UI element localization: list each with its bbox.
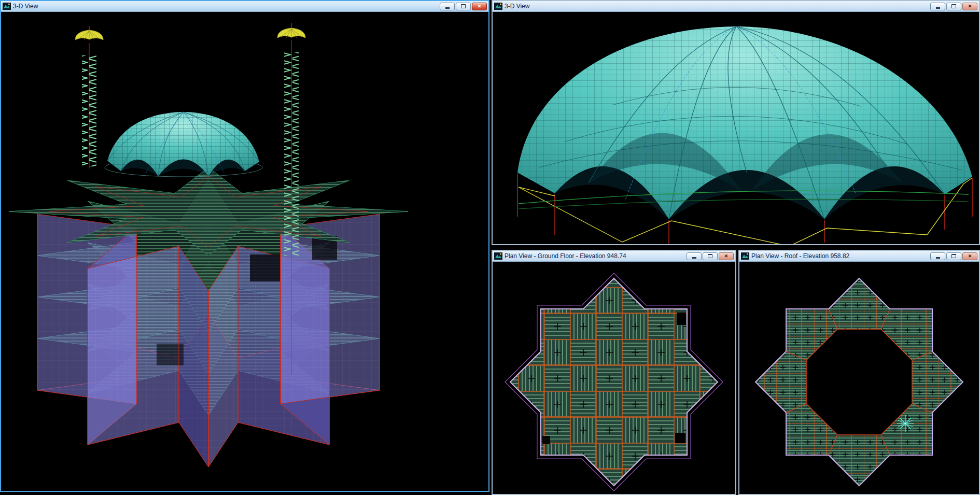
maximize-icon bbox=[461, 4, 466, 8]
minimize-icon bbox=[936, 7, 940, 9]
titlebar[interactable]: 3-D View ✕ bbox=[493, 1, 979, 12]
model-3d-app-icon bbox=[494, 252, 502, 260]
scene-3d-building bbox=[1, 12, 488, 491]
close-button[interactable]: ✕ bbox=[719, 252, 734, 260]
central-dome bbox=[105, 112, 262, 177]
model-3d-app-icon bbox=[3, 3, 11, 10]
minaret-left bbox=[75, 26, 103, 168]
model-3d-app-icon bbox=[741, 252, 749, 260]
close-button[interactable]: ✕ bbox=[472, 3, 487, 10]
maximize-icon bbox=[951, 254, 956, 258]
window-controls: ✕ bbox=[930, 252, 977, 260]
model-3d-app-icon bbox=[494, 3, 502, 10]
minimize-icon bbox=[692, 257, 696, 259]
viewport-3d-model[interactable] bbox=[1, 12, 488, 491]
window-title: Plan View - Ground Floor - Elevation 948… bbox=[505, 251, 684, 261]
maximize-button[interactable] bbox=[703, 252, 718, 260]
dome-shell bbox=[517, 26, 972, 219]
window-plan-roof[interactable]: Plan View - Roof - Elevation 958.82 ✕ bbox=[738, 250, 980, 495]
window-title: 3-D View bbox=[13, 1, 438, 11]
minimize-button[interactable] bbox=[440, 3, 455, 10]
close-button[interactable]: ✕ bbox=[962, 252, 977, 260]
window-title: Plan View - Roof - Elevation 958.82 bbox=[751, 251, 928, 261]
minimize-icon bbox=[936, 257, 940, 259]
window-3d-view-dome[interactable]: 3-D View ✕ bbox=[492, 0, 980, 245]
maximize-icon bbox=[708, 254, 712, 258]
maximize-icon bbox=[951, 4, 956, 8]
window-plan-ground[interactable]: Plan View - Ground Floor - Elevation 948… bbox=[492, 250, 736, 495]
window-3d-view-main[interactable]: 3-D View ✕ bbox=[0, 0, 489, 492]
window-controls: ✕ bbox=[687, 252, 734, 260]
maximize-button[interactable] bbox=[946, 252, 961, 260]
minimize-button[interactable] bbox=[930, 3, 945, 10]
viewport-plan-ground[interactable] bbox=[493, 262, 735, 494]
maximize-button[interactable] bbox=[456, 3, 471, 10]
titlebar[interactable]: 3-D View ✕ bbox=[1, 1, 488, 12]
minimize-icon bbox=[445, 7, 450, 9]
maximize-button[interactable] bbox=[946, 3, 961, 10]
star-floor-plan bbox=[505, 273, 723, 491]
window-title: 3-D View bbox=[505, 1, 928, 11]
minimize-button[interactable] bbox=[930, 252, 945, 260]
titlebar[interactable]: Plan View - Ground Floor - Elevation 948… bbox=[493, 251, 735, 262]
minimize-button[interactable] bbox=[687, 252, 702, 260]
roof-ring-plan bbox=[755, 278, 963, 486]
close-button[interactable]: ✕ bbox=[962, 3, 977, 10]
scene-plan-roof bbox=[739, 262, 979, 494]
scene-plan-ground bbox=[493, 262, 735, 494]
titlebar[interactable]: Plan View - Roof - Elevation 958.82 ✕ bbox=[739, 251, 979, 262]
window-controls: ✕ bbox=[930, 3, 977, 10]
window-controls: ✕ bbox=[440, 3, 487, 10]
viewport-3d-dome[interactable] bbox=[493, 12, 979, 244]
scene-dome bbox=[493, 12, 979, 244]
viewport-plan-roof[interactable] bbox=[739, 262, 979, 494]
roof-platform bbox=[9, 167, 408, 256]
